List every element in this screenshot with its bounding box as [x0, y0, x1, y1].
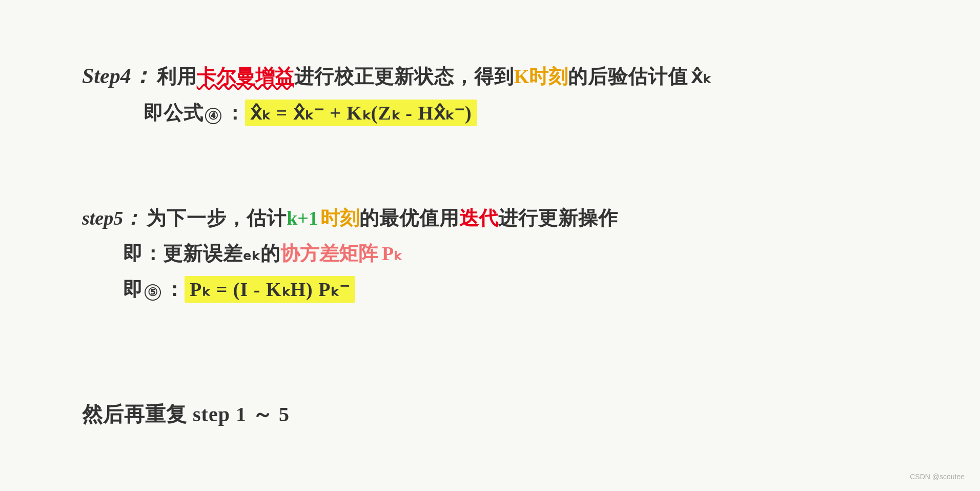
- step4-text-pre: 利用: [157, 64, 197, 90]
- step5-colon: ：: [165, 277, 185, 303]
- step5-label: step5：: [82, 205, 142, 231]
- step4-text-mid: 进行校正更新状态，得到: [294, 64, 514, 90]
- step5-line3: 即 ⑤ ： Pₖ = (I - KₖH) Pₖ⁻: [123, 276, 898, 303]
- watermark: CSDN @scoutee: [910, 473, 965, 481]
- step5-line1: step5： 为下一步，估计 k+1 时刻 的最优值用 迭代 进行更新操作: [82, 205, 898, 231]
- step4-line2: 即公式 ④ ： x̂ₖ = x̂ₖ⁻ + Kₖ(Zₖ - Hx̂ₖ⁻): [144, 100, 898, 126]
- step4-section: Step4： 利用 卡尔曼增益 进行校正更新状态，得到 K时刻 的后验估计值 x…: [82, 62, 898, 135]
- step5-cov-matrix: 协方差矩阵: [280, 241, 378, 267]
- step5-moment: 时刻: [320, 205, 359, 231]
- step5-update-pre: 即：更新误差ₑₖ的: [123, 241, 280, 267]
- step5-formula: Pₖ = (I - KₖH) Pₖ⁻: [185, 276, 355, 303]
- step5-iterate: 迭代: [459, 205, 498, 231]
- step4-formula: x̂ₖ = x̂ₖ⁻ + Kₖ(Zₖ - Hx̂ₖ⁻): [245, 100, 477, 126]
- step4-circled-4: ④: [205, 108, 221, 124]
- step5-circled-5: ⑤: [145, 284, 161, 301]
- step5-k1: k+1: [287, 207, 318, 229]
- repeat-section: 然后再重复 step 1 ～ 5: [82, 400, 290, 438]
- step5-text-post: 进行更新操作: [498, 205, 618, 231]
- repeat-text: 然后再重复 step 1 ～ 5: [82, 400, 290, 428]
- step5-pk-pink: Pₖ: [382, 242, 402, 265]
- step5-formula-pre: 即: [123, 277, 143, 303]
- step4-kalman-gain: 卡尔曼增益: [197, 64, 294, 90]
- step5-section: step5： 为下一步，估计 k+1 时刻 的最优值用 迭代 进行更新操作 即：…: [82, 205, 898, 312]
- step4-formula-pre: 即公式: [144, 100, 203, 126]
- step5-text-pre: 为下一步，估计: [147, 205, 287, 231]
- repeat-line: 然后再重复 step 1 ～ 5: [82, 400, 290, 428]
- step4-hat-xk: x̂ₖ: [691, 65, 711, 88]
- step5-line2: 即：更新误差ₑₖ的 协方差矩阵 Pₖ: [123, 241, 898, 267]
- step4-label: Step4：: [82, 62, 153, 90]
- step4-text-post: 的后验估计值: [568, 64, 688, 90]
- step4-line1: Step4： 利用 卡尔曼增益 进行校正更新状态，得到 K时刻 的后验估计值 x…: [82, 62, 898, 90]
- step4-k-moment: K时刻: [514, 64, 568, 90]
- step4-colon: ：: [225, 100, 245, 126]
- step5-text-mid: 的最优值用: [359, 205, 459, 231]
